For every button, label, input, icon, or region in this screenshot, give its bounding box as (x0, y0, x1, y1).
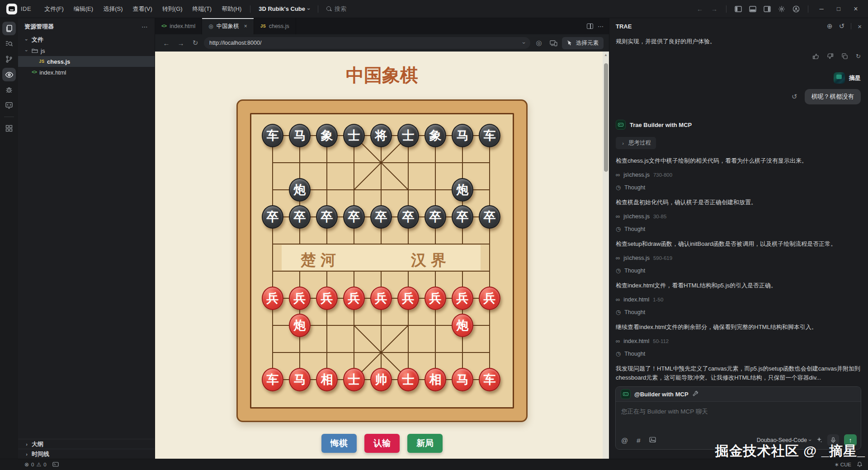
red-piece-兵[interactable]: 兵 (289, 287, 311, 310)
trae-logo-icon[interactable] (6, 4, 17, 14)
chevron-down-icon[interactable]: › (521, 42, 527, 44)
explorer-more-icon[interactable]: ⋯ (142, 23, 148, 30)
thumbs-up-icon[interactable] (812, 53, 819, 60)
black-piece-卒[interactable]: 卒 (479, 205, 500, 229)
scrollbar-up-arrow[interactable]: ▲ (603, 53, 609, 57)
tree-file-indexhtml[interactable]: <> index.html (18, 67, 155, 78)
select-element-button[interactable]: 选择元素 (562, 37, 604, 49)
settings-gear-icon[interactable] (775, 3, 788, 15)
black-piece-卒[interactable]: 卒 (397, 205, 419, 229)
menu-item[interactable]: 编辑(E) (69, 3, 98, 15)
global-search[interactable]: 搜索 (326, 5, 346, 13)
black-piece-卒[interactable]: 卒 (316, 205, 338, 229)
red-piece-士[interactable]: 士 (343, 368, 365, 391)
red-piece-相[interactable]: 相 (425, 368, 446, 391)
red-piece-兵[interactable]: 兵 (370, 287, 392, 310)
red-piece-兵[interactable]: 兵 (452, 287, 473, 310)
black-piece-马[interactable]: 马 (289, 124, 311, 147)
red-piece-兵[interactable]: 兵 (262, 287, 283, 310)
retry-icon[interactable]: ↺ (792, 93, 797, 101)
black-piece-卒[interactable]: 卒 (262, 205, 283, 229)
menu-item[interactable]: 终端(T) (188, 3, 217, 15)
menu-item[interactable]: 转到(G) (157, 3, 188, 15)
red-piece-帅[interactable]: 帅 (370, 368, 392, 391)
preview-eye-icon[interactable] (2, 68, 16, 81)
black-piece-炮[interactable]: 炮 (289, 178, 311, 202)
chat-history-icon[interactable]: ↺ (839, 22, 845, 30)
black-piece-卒[interactable]: 卒 (343, 205, 365, 229)
game-button-新局[interactable]: 新局 (407, 434, 443, 453)
red-piece-相[interactable]: 相 (316, 368, 338, 391)
red-piece-兵[interactable]: 兵 (343, 287, 365, 310)
agent-mention[interactable]: @Builder with MCP (634, 391, 689, 398)
red-piece-兵[interactable]: 兵 (397, 287, 419, 310)
toggle-left-panel-icon[interactable] (732, 3, 745, 15)
red-piece-马[interactable]: 马 (289, 368, 311, 391)
black-piece-卒[interactable]: 卒 (289, 205, 311, 229)
responsive-device-icon[interactable] (547, 38, 559, 48)
debug-bug-icon[interactable] (2, 83, 16, 97)
black-piece-车[interactable]: 车 (262, 124, 283, 147)
browser-forward-icon[interactable]: → (175, 38, 187, 48)
thinking-process-toggle[interactable]: › 思考过程 (616, 137, 656, 149)
black-piece-将[interactable]: 将 (370, 124, 392, 147)
red-piece-车[interactable]: 车 (479, 368, 500, 391)
close-chat-icon[interactable]: × (858, 23, 862, 30)
black-piece-马[interactable]: 马 (452, 124, 473, 147)
menu-item[interactable]: 查看(V) (127, 3, 157, 15)
black-piece-士[interactable]: 士 (397, 124, 419, 147)
editor-tab[interactable]: JSchess.js (254, 18, 296, 34)
close-window-button[interactable]: × (848, 3, 863, 15)
red-piece-兵[interactable]: 兵 (316, 287, 338, 310)
mention-icon[interactable]: @ (621, 437, 628, 444)
notifications-bell-icon[interactable] (857, 461, 863, 468)
black-piece-炮[interactable]: 炮 (452, 178, 473, 202)
preview-scrollbar[interactable]: ▲ (603, 52, 609, 459)
toggle-bottom-panel-icon[interactable] (746, 3, 759, 15)
toggle-right-panel-icon[interactable] (761, 3, 774, 15)
extensions-grid-icon[interactable] (2, 122, 16, 135)
menu-item[interactable]: 帮助(H) (217, 3, 246, 15)
chat-input-placeholder[interactable]: 您正在与 Builder with MCP 聊天 (616, 402, 861, 422)
regenerate-icon[interactable]: ↻ (856, 53, 861, 60)
menu-item[interactable]: 文件(F) (39, 3, 69, 15)
file-reference[interactable]: ∞index.html50-112 (616, 338, 861, 344)
game-button-认输[interactable]: 认输 (364, 434, 400, 453)
maximize-button[interactable]: □ (831, 3, 846, 15)
search-panel-icon[interactable] (2, 37, 16, 51)
outline-section[interactable]: › 大纲 (18, 439, 155, 449)
black-piece-卒[interactable]: 卒 (370, 205, 392, 229)
red-piece-炮[interactable]: 炮 (452, 314, 473, 337)
copy-icon[interactable] (841, 53, 848, 60)
thumbs-down-icon[interactable] (827, 53, 834, 60)
thought-step[interactable]: ◷Thought (616, 267, 861, 274)
red-piece-马[interactable]: 马 (452, 368, 473, 391)
menu-item[interactable]: 选择(S) (98, 3, 127, 15)
open-in-browser-icon[interactable]: ◎ (533, 38, 545, 48)
browser-back-icon[interactable]: ← (160, 38, 172, 48)
red-piece-炮[interactable]: 炮 (289, 314, 311, 337)
red-piece-士[interactable]: 士 (397, 368, 419, 391)
cue-indicator[interactable]: ∗ CUE (834, 461, 851, 468)
thought-step[interactable]: ◷Thought (616, 226, 861, 232)
account-icon[interactable] (790, 3, 802, 15)
minimize-button[interactable]: ─ (814, 3, 829, 15)
tree-file-chessjs[interactable]: JS chess.js (18, 56, 155, 67)
file-reference[interactable]: ∞js\chess.js30-85 (616, 213, 861, 220)
red-piece-车[interactable]: 车 (262, 368, 283, 391)
source-control-icon[interactable] (2, 52, 16, 66)
address-bar[interactable]: http://localhost:8000/ › (204, 37, 530, 49)
black-piece-象[interactable]: 象 (425, 124, 446, 147)
game-button-悔棋[interactable]: 悔棋 (321, 434, 357, 453)
explorer-icon[interactable] (2, 22, 16, 35)
black-piece-车[interactable]: 车 (479, 124, 500, 147)
problems-indicator[interactable]: ⊗ 0 ⚠ 0 (24, 461, 59, 468)
timeline-section[interactable]: › 时间线 (18, 449, 155, 459)
thought-step[interactable]: ◷Thought (616, 184, 861, 191)
project-switcher[interactable]: 3D Rubik's Cube › (254, 4, 314, 14)
editor-tab[interactable]: <>index.html (155, 18, 202, 34)
file-reference[interactable]: ∞js\chess.js730-800 (616, 171, 861, 178)
new-chat-icon[interactable]: ⊕ (827, 22, 833, 30)
black-piece-士[interactable]: 士 (343, 124, 365, 147)
black-piece-卒[interactable]: 卒 (425, 205, 446, 229)
